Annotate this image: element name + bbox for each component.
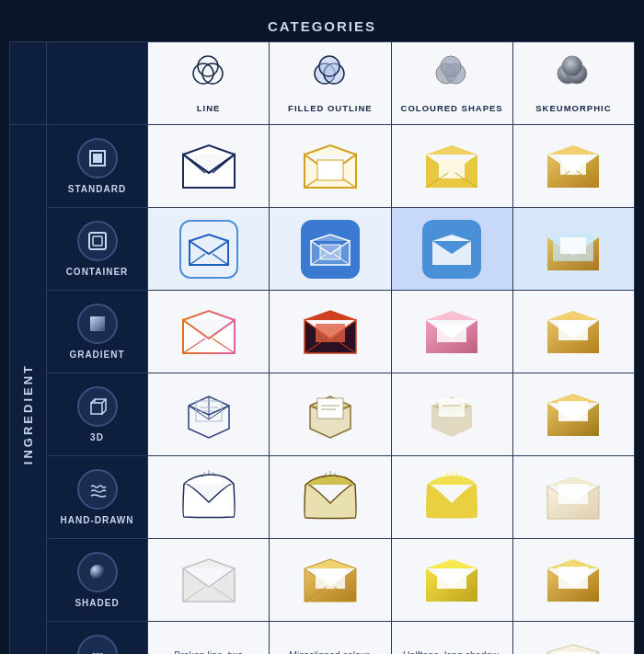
skeumorphic-label: SKEUMORPHIC [535, 103, 611, 113]
gradient-ing-cell: GRADIENT [47, 291, 148, 373]
col-header-coloured: COLOURED SHAPES [392, 42, 513, 125]
container-line-bg [179, 220, 238, 279]
corner-top-left-1 [10, 42, 47, 125]
gradient-coloured [392, 291, 513, 373]
svg-rect-20 [317, 160, 343, 180]
col-header-filled: FILLED OUTLINE [270, 42, 391, 125]
main-grid: LINE FILLED OUTLINE COLOURED SHAPES [9, 41, 635, 654]
svg-rect-41 [560, 237, 586, 254]
container-coloured [392, 208, 513, 291]
col-header-skeumorphic: SKEUMORPHIC [513, 42, 635, 125]
gradient-line [148, 291, 270, 373]
container-filled-bg [301, 220, 360, 279]
shaded-filled-envelope [301, 556, 360, 605]
standard-coloured-envelope [422, 142, 481, 191]
categories-title: CATEGORIES [9, 9, 635, 41]
3d-icon-circle [77, 386, 118, 427]
svg-rect-67 [439, 398, 465, 417]
hand-drawn-label: HAND-DRAWN [61, 515, 134, 525]
3d-label: 3D [90, 432, 104, 442]
container-skeumorphic [513, 208, 635, 291]
svg-rect-26 [560, 156, 586, 175]
filled-outline-label: FILLED OUTLINE [288, 103, 373, 113]
gradient-icon-circle [77, 304, 118, 344]
svg-rect-13 [93, 154, 102, 163]
svg-rect-47 [316, 324, 345, 342]
gradient-filled-envelope [301, 307, 360, 357]
3d-coloured-envelope [424, 389, 479, 441]
svg-point-11 [562, 56, 582, 76]
line-label: LINE [197, 103, 221, 113]
standard-line [148, 125, 270, 208]
svg-rect-63 [317, 398, 343, 419]
filled-outline-icon [308, 53, 352, 98]
hand-drawn-skeu-envelope [544, 473, 603, 522]
container-icon [87, 231, 108, 251]
svg-rect-29 [89, 233, 106, 249]
other-skeumorphic [513, 622, 635, 654]
other-line-text: Broken line, two coloured line, etc [148, 622, 270, 654]
standard-skeumorphic [513, 125, 635, 208]
gradient-line-envelope [179, 307, 238, 357]
gradient-coloured-envelope [422, 307, 481, 357]
hand-drawn-icon [87, 479, 108, 499]
other-icon [87, 645, 108, 654]
svg-point-84 [90, 565, 105, 579]
shaded-label: SHADED [75, 598, 119, 608]
svg-marker-38 [432, 241, 471, 265]
shaded-coloured [392, 539, 513, 622]
shaded-skeu-envelope [544, 556, 603, 605]
container-filled-envelope [309, 232, 351, 267]
shaded-coloured-envelope [422, 556, 481, 605]
hand-drawn-ing-cell: HAND-DRAWN [47, 456, 148, 539]
standard-filled-envelope [301, 142, 360, 191]
svg-rect-70 [558, 401, 588, 421]
container-line [148, 208, 270, 291]
hand-drawn-filled [270, 456, 391, 539]
container-ing-cell: CONTAINER [47, 208, 148, 291]
svg-rect-89 [316, 568, 345, 589]
hand-drawn-coloured-envelope [422, 470, 481, 525]
gradient-skeumorphic [513, 291, 635, 373]
standard-label: STANDARD [68, 184, 126, 194]
line-icon [187, 53, 231, 98]
shaded-skeumorphic [513, 539, 635, 622]
svg-point-1 [202, 63, 223, 84]
svg-point-5 [319, 56, 339, 76]
shaded-line [148, 539, 270, 622]
svg-rect-54 [91, 403, 102, 414]
3d-skeumorphic [513, 373, 635, 456]
3d-line-envelope [179, 387, 238, 442]
container-filled [270, 208, 391, 291]
skeumorphic-icon [551, 53, 595, 98]
3d-filled-envelope [301, 387, 360, 442]
standard-line-envelope [179, 142, 238, 191]
hand-drawn-filled-envelope [301, 470, 360, 525]
hand-drawn-line-envelope [179, 470, 238, 525]
other-coloured-text: Halftone, long shadow, etc [392, 622, 513, 654]
3d-filled [270, 373, 391, 456]
gradient-label: GRADIENT [69, 350, 124, 360]
svg-rect-30 [93, 236, 102, 246]
svg-rect-35 [320, 245, 340, 259]
hand-drawn-skeumorphic [513, 456, 635, 539]
container-skeu-envelope [544, 224, 603, 274]
3d-ing-cell: 3D [47, 373, 148, 456]
3d-icon [87, 396, 108, 417]
svg-rect-83 [558, 484, 588, 504]
container-icon-circle [77, 221, 118, 261]
gradient-skeu-envelope [544, 307, 603, 357]
svg-rect-51 [437, 324, 466, 342]
container-coloured-bg [422, 220, 481, 279]
coloured-shapes-icon [430, 53, 474, 98]
shaded-icon-circle [77, 552, 118, 592]
standard-icon [87, 148, 108, 168]
table-wrapper: CATEGORIES LINE FILLED OUTLINE [0, 0, 644, 654]
standard-icon-circle [77, 138, 118, 178]
svg-rect-93 [437, 568, 466, 589]
3d-line [148, 373, 270, 456]
svg-line-32 [190, 254, 205, 265]
container-coloured-envelope [431, 232, 473, 267]
svg-point-2 [198, 56, 218, 76]
ingredient-label-cell: INGREDIENT [10, 125, 47, 654]
